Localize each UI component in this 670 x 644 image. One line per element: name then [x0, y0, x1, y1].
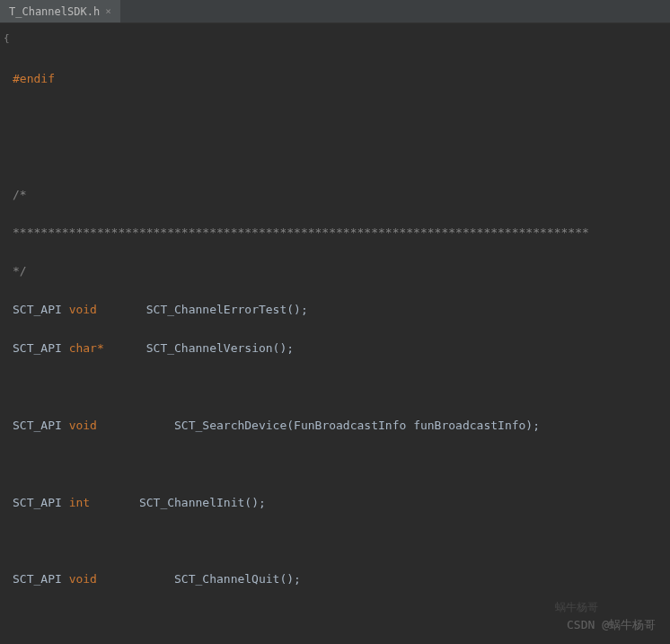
kw-void: void: [69, 303, 97, 316]
fn-version: SCT_ChannelVersion();: [146, 341, 294, 355]
api-macro: SCT_API: [13, 303, 62, 316]
file-tab[interactable]: T_ChannelSDK.h ×: [0, 0, 120, 22]
tab-bar: T_ChannelSDK.h ×: [0, 0, 670, 23]
close-icon[interactable]: ×: [105, 5, 111, 17]
fn-init: SCT_ChannelInit();: [139, 496, 266, 509]
tab-filename: T_ChannelSDK.h: [9, 5, 100, 18]
comment-close: */: [13, 261, 666, 280]
code-editor[interactable]: { #endif /* ****************************…: [0, 23, 670, 644]
fn-quit: SCT_ChannelQuit();: [174, 572, 301, 586]
fold-brace: {: [4, 31, 10, 47]
endif: #endif: [13, 72, 55, 85]
comment-stars: ****************************************…: [13, 223, 666, 242]
fn-search-device: SCT_SearchDevice(FunBroadcastInfo funBro…: [174, 419, 540, 432]
fn-error-test: SCT_ChannelErrorTest();: [146, 303, 308, 316]
comment-open: /*: [13, 185, 666, 204]
